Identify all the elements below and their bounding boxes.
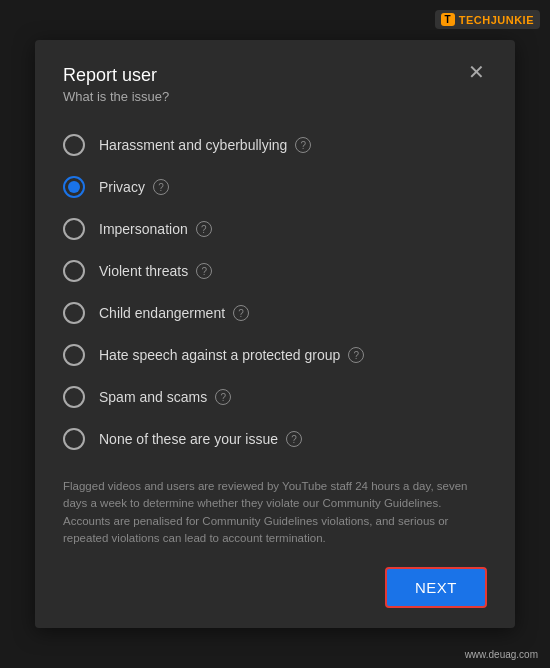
option-text-impersonation: Impersonation [99, 221, 188, 237]
radio-violent-threats [63, 260, 85, 282]
modal-title: Report user [63, 64, 169, 87]
option-text-hate-speech: Hate speech against a protected group [99, 347, 340, 363]
watermark-bottom: www.deuag.com [465, 649, 538, 660]
close-button[interactable]: ✕ [466, 62, 487, 82]
option-item-none[interactable]: None of these are your issue? [63, 418, 487, 460]
help-icon-spam[interactable]: ? [215, 389, 231, 405]
radio-none [63, 428, 85, 450]
help-icon-child-endangerment[interactable]: ? [233, 305, 249, 321]
help-icon-none[interactable]: ? [286, 431, 302, 447]
option-text-child-endangerment: Child endangerment [99, 305, 225, 321]
option-label-privacy: Privacy? [99, 179, 169, 195]
option-label-harassment: Harassment and cyberbullying? [99, 137, 311, 153]
header-text: Report user What is the issue? [63, 64, 169, 104]
option-label-spam: Spam and scams? [99, 389, 231, 405]
help-icon-hate-speech[interactable]: ? [348, 347, 364, 363]
radio-child-endangerment [63, 302, 85, 324]
option-label-hate-speech: Hate speech against a protected group? [99, 347, 364, 363]
radio-harassment [63, 134, 85, 156]
help-icon-violent-threats[interactable]: ? [196, 263, 212, 279]
option-text-privacy: Privacy [99, 179, 145, 195]
option-item-spam[interactable]: Spam and scams? [63, 376, 487, 418]
radio-spam [63, 386, 85, 408]
report-user-modal: Report user What is the issue? ✕ Harassm… [35, 40, 515, 628]
footer-text: Flagged videos and users are reviewed by… [63, 478, 487, 547]
options-list: Harassment and cyberbullying?Privacy?Imp… [63, 124, 487, 460]
radio-privacy [63, 176, 85, 198]
brand-name: TECHJUNKIE [459, 14, 534, 26]
option-label-impersonation: Impersonation? [99, 221, 212, 237]
option-label-child-endangerment: Child endangerment? [99, 305, 249, 321]
watermark-badge: T TECHJUNKIE [435, 10, 540, 29]
modal-header: Report user What is the issue? ✕ [63, 64, 487, 104]
option-item-child-endangerment[interactable]: Child endangerment? [63, 292, 487, 334]
option-text-none: None of these are your issue [99, 431, 278, 447]
option-text-violent-threats: Violent threats [99, 263, 188, 279]
radio-impersonation [63, 218, 85, 240]
radio-hate-speech [63, 344, 85, 366]
option-item-harassment[interactable]: Harassment and cyberbullying? [63, 124, 487, 166]
option-text-spam: Spam and scams [99, 389, 207, 405]
next-button[interactable]: NEXT [385, 567, 487, 608]
radio-inner-privacy [68, 181, 80, 193]
option-item-privacy[interactable]: Privacy? [63, 166, 487, 208]
option-item-impersonation[interactable]: Impersonation? [63, 208, 487, 250]
option-label-violent-threats: Violent threats? [99, 263, 212, 279]
modal-subtitle: What is the issue? [63, 89, 169, 104]
bottom-bar: NEXT [63, 567, 487, 608]
option-item-violent-threats[interactable]: Violent threats? [63, 250, 487, 292]
option-item-hate-speech[interactable]: Hate speech against a protected group? [63, 334, 487, 376]
tj-icon: T [441, 13, 455, 26]
help-icon-impersonation[interactable]: ? [196, 221, 212, 237]
option-text-harassment: Harassment and cyberbullying [99, 137, 287, 153]
help-icon-harassment[interactable]: ? [295, 137, 311, 153]
help-icon-privacy[interactable]: ? [153, 179, 169, 195]
option-label-none: None of these are your issue? [99, 431, 302, 447]
